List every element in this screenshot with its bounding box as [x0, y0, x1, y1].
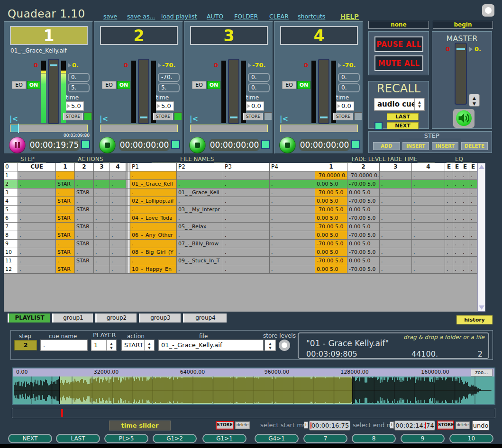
step-delete-button[interactable]: DELETE: [461, 142, 488, 150]
cell-e1[interactable]: .: [445, 197, 453, 206]
cell-e2[interactable]: .: [453, 188, 461, 197]
cell-a2[interactable]: STAR: [75, 206, 94, 214]
cell-a3[interactable]: .: [94, 206, 110, 214]
rewind-icon[interactable]: |<: [190, 115, 198, 123]
cell-p2[interactable]: .: [177, 197, 223, 206]
cell-f3[interactable]: .: [380, 240, 412, 248]
cell-f3[interactable]: .: [380, 223, 412, 231]
cell-f4[interactable]: .: [412, 197, 445, 206]
fade-level-box[interactable]: 0.: [248, 73, 270, 82]
cell-e2[interactable]: .: [453, 171, 461, 180]
store-led[interactable]: [354, 112, 362, 120]
undo-button[interactable]: undo: [472, 421, 489, 430]
cell-a2[interactable]: STAR: [75, 257, 94, 265]
rewind-icon[interactable]: |<: [280, 115, 288, 123]
cell-e4[interactable]: .: [469, 171, 477, 180]
fade-level-box[interactable]: 0.: [338, 73, 360, 82]
scroll-down-icon[interactable]: [479, 305, 484, 310]
menu-link-auto[interactable]: AUTO: [207, 13, 223, 20]
cell-p3[interactable]: .: [223, 214, 270, 223]
cell-p3[interactable]: .: [223, 180, 270, 188]
cell-f4[interactable]: .: [412, 257, 445, 265]
cell-p1[interactable]: 06_-_Any_Other: [130, 231, 177, 240]
cell-n[interactable]: 8: [4, 231, 18, 240]
cell-p3[interactable]: .: [223, 257, 270, 265]
cell-p1[interactable]: .: [130, 206, 177, 214]
cell-a1[interactable]: .: [56, 171, 75, 180]
cell-e4[interactable]: .: [469, 231, 477, 240]
bottom-button-g1-2[interactable]: G1>2: [153, 434, 197, 443]
cell-n[interactable]: 5: [4, 206, 18, 214]
cell-p1[interactable]: .: [130, 223, 177, 231]
cell-a1[interactable]: STAR: [56, 248, 75, 257]
table-row-6[interactable]: 6.STAR...04_-_Love_Toda...0.00 5.0-70.00…: [4, 214, 477, 223]
cell-a3[interactable]: .: [94, 197, 110, 206]
cell-a2[interactable]: .: [75, 214, 94, 223]
cell-a4[interactable]: .: [110, 231, 126, 240]
cell-a2[interactable]: STAR: [75, 240, 94, 248]
cell-p1[interactable]: .: [130, 257, 177, 265]
player-active-led[interactable]: [351, 140, 360, 149]
cell-a3[interactable]: .: [94, 188, 110, 197]
recall-next-button[interactable]: NEXT: [387, 122, 419, 129]
file-field[interactable]: 01_-_Grace_Kelly.aif: [158, 340, 264, 351]
cell-e2[interactable]: .: [453, 257, 461, 265]
cell-f1[interactable]: 0.00 5.0: [315, 265, 347, 274]
cell-n[interactable]: 7: [4, 223, 18, 231]
action-select[interactable]: START ▲▼: [121, 340, 155, 351]
cell-p3[interactable]: .: [223, 188, 270, 197]
cell-n[interactable]: 2: [4, 180, 18, 188]
store-led[interactable]: [264, 112, 272, 120]
cell-p2[interactable]: .: [177, 180, 223, 188]
progress-marker[interactable]: [11, 125, 18, 132]
store-button[interactable]: STORE: [63, 113, 83, 120]
stop-play-button[interactable]: [279, 137, 296, 153]
cell-a1[interactable]: .: [56, 240, 75, 248]
cell-e2[interactable]: .: [453, 231, 461, 240]
tab-group2[interactable]: group2: [95, 314, 137, 323]
cell-a4[interactable]: .: [110, 214, 126, 223]
bottom-button-last[interactable]: LAST: [56, 434, 100, 443]
cell-p3[interactable]: .: [223, 240, 270, 248]
cell-a1[interactable]: .: [56, 206, 75, 214]
table-row-11[interactable]: 11..STAR...09_-_Stuck_In_T..-70.00 5.00.…: [4, 257, 477, 265]
cell-a3[interactable]: .: [94, 180, 110, 188]
cell-f1[interactable]: 0.00 5.0: [315, 214, 347, 223]
select-end-menu-button[interactable]: t: [390, 421, 394, 429]
player-fader[interactable]: [318, 59, 329, 124]
cell-f4[interactable]: .: [412, 180, 445, 188]
table-row-2[interactable]: 2.STAR...01_-_Grace_Kell...0.00 5.0-70.0…: [4, 180, 477, 188]
cell-a4[interactable]: .: [110, 206, 126, 214]
rewind-icon[interactable]: |<: [100, 115, 108, 123]
menu-link-shortcuts[interactable]: shortcuts: [298, 13, 325, 20]
cell-p2[interactable]: 09_-_Stuck_In_T: [177, 257, 223, 265]
mute-all-button[interactable]: MUTE ALL: [374, 55, 423, 71]
cell-f1[interactable]: 0.00 5.0: [315, 248, 347, 257]
cell-p1[interactable]: .: [130, 240, 177, 248]
cell-a2[interactable]: .: [75, 231, 94, 240]
cell-f3[interactable]: .: [380, 188, 412, 197]
cell-e4[interactable]: .: [469, 206, 477, 214]
cell-e3[interactable]: .: [461, 197, 469, 206]
action-select-spinner[interactable]: ▲▼: [144, 340, 154, 350]
cell-a1[interactable]: .: [56, 257, 75, 265]
cell-a2[interactable]: STAR: [75, 223, 94, 231]
cell-p1[interactable]: 01_-_Grace_Kell: [130, 180, 177, 188]
scroll-up-icon[interactable]: [479, 165, 484, 169]
table-row-10[interactable]: 10.STAR...08_-_Big_Girl_(Y...0.00 5.0-70…: [4, 248, 477, 257]
cell-f1[interactable]: 0.00 5.0: [315, 231, 347, 240]
cell-p4[interactable]: .: [270, 240, 315, 248]
cell-e3[interactable]: .: [461, 180, 469, 188]
cell-a1[interactable]: .: [56, 188, 75, 197]
cell-p4[interactable]: .: [270, 180, 315, 188]
cell-p3[interactable]: .: [223, 248, 270, 257]
player-progress-bar[interactable]: [10, 125, 88, 132]
table-scrollbar[interactable]: [477, 163, 485, 312]
delete-selection-button-right[interactable]: delete: [456, 421, 470, 429]
time-value-box[interactable]: 5.0: [66, 101, 84, 111]
store-selection-button-right[interactable]: STORE: [437, 421, 454, 430]
cell-e2[interactable]: .: [453, 265, 461, 274]
cell-e1[interactable]: .: [445, 206, 453, 214]
cell-f4[interactable]: .: [412, 231, 445, 240]
fade-level-box[interactable]: 0.: [68, 73, 90, 82]
